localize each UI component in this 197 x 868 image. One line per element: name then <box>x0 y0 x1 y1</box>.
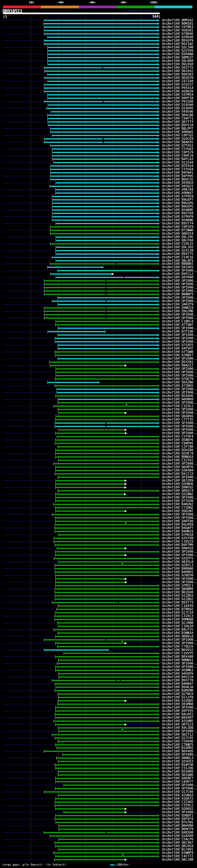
alignment-bar[interactable] <box>59 761 158 762</box>
alignment-bar[interactable] <box>58 548 125 549</box>
alignment-bar[interactable] <box>53 199 158 200</box>
alignment-bar[interactable] <box>56 453 158 454</box>
alignment-bar[interactable] <box>45 280 158 281</box>
alignment-bar[interactable] <box>59 693 158 695</box>
alignment-bar[interactable] <box>64 653 158 654</box>
alignment-bar[interactable] <box>53 514 158 515</box>
alignment-bar[interactable] <box>56 480 125 481</box>
alignment-bar[interactable] <box>56 616 158 617</box>
alignment-bar[interactable] <box>45 33 158 34</box>
alignment-bar[interactable] <box>53 148 158 150</box>
alignment-bar[interactable] <box>56 555 125 556</box>
alignment-bar[interactable] <box>45 639 158 641</box>
alignment-bar[interactable] <box>56 470 158 471</box>
alignment-bar[interactable] <box>59 700 125 702</box>
alignment-bar[interactable] <box>53 206 158 207</box>
alignment-bar[interactable] <box>56 714 158 715</box>
alignment-bar[interactable] <box>63 754 158 755</box>
alignment-bar[interactable] <box>45 317 158 319</box>
alignment-bar[interactable] <box>53 216 158 217</box>
alignment-bar[interactable] <box>51 226 158 227</box>
alignment-bar[interactable] <box>45 649 107 651</box>
alignment-bar[interactable] <box>56 507 158 508</box>
alignment-bar[interactable] <box>45 751 158 752</box>
alignment-bar[interactable] <box>45 30 158 31</box>
alignment-bar[interactable] <box>59 849 158 850</box>
alignment-bar[interactable] <box>59 771 158 772</box>
alignment-bar[interactable] <box>56 260 158 261</box>
alignment-bar[interactable] <box>53 209 158 211</box>
alignment-bar[interactable] <box>45 91 158 92</box>
alignment-bar[interactable] <box>45 311 158 312</box>
alignment-bar[interactable] <box>56 666 158 668</box>
alignment-bar[interactable] <box>48 74 158 75</box>
alignment-bar[interactable] <box>48 54 158 55</box>
alignment-bar[interactable] <box>56 531 158 532</box>
alignment-bar[interactable] <box>56 788 158 789</box>
alignment-bar[interactable] <box>56 378 158 380</box>
alignment-bar[interactable] <box>53 196 158 197</box>
alignment-bar[interactable] <box>59 358 158 359</box>
alignment-bar[interactable] <box>54 720 158 722</box>
alignment-bar[interactable] <box>55 558 158 559</box>
alignment-bar[interactable] <box>48 104 158 105</box>
alignment-bar[interactable] <box>48 331 104 332</box>
alignment-bar[interactable] <box>50 186 158 187</box>
alignment-bar[interactable] <box>56 856 158 857</box>
alignment-bar[interactable] <box>54 463 158 464</box>
alignment-bar[interactable] <box>59 328 158 329</box>
alignment-bar[interactable] <box>56 439 158 441</box>
alignment-bar[interactable] <box>48 57 158 58</box>
alignment-bar[interactable] <box>55 859 125 860</box>
alignment-bar[interactable] <box>59 839 158 840</box>
alignment-bar[interactable] <box>59 490 158 491</box>
alignment-bar[interactable] <box>59 659 158 661</box>
alignment-bar[interactable] <box>58 297 158 298</box>
alignment-bar[interactable] <box>56 247 158 248</box>
alignment-bar[interactable] <box>45 138 158 140</box>
alignment-bar[interactable] <box>59 429 125 430</box>
alignment-bar[interactable] <box>54 852 158 854</box>
alignment-bar[interactable] <box>56 355 158 356</box>
alignment-bar[interactable] <box>56 565 158 566</box>
alignment-bar[interactable] <box>56 416 158 417</box>
alignment-bar[interactable] <box>56 643 125 644</box>
alignment-bar[interactable] <box>56 717 158 718</box>
alignment-bar[interactable] <box>56 582 125 583</box>
alignment-bar[interactable] <box>59 561 158 563</box>
alignment-bar[interactable] <box>51 165 158 166</box>
alignment-bar[interactable] <box>53 155 158 156</box>
alignment-bar[interactable] <box>50 362 158 363</box>
alignment-bar[interactable] <box>56 517 158 519</box>
alignment-bar[interactable] <box>59 534 158 535</box>
alignment-bar[interactable] <box>56 494 124 495</box>
alignment-bar[interactable] <box>48 50 158 52</box>
alignment-bar[interactable] <box>51 172 158 173</box>
alignment-bar[interactable] <box>53 734 158 735</box>
alignment-bar[interactable] <box>56 338 158 339</box>
alignment-bar[interactable] <box>57 609 158 610</box>
alignment-bar[interactable] <box>48 267 102 268</box>
alignment-bar[interactable] <box>56 781 158 782</box>
alignment-bar[interactable] <box>56 818 158 820</box>
alignment-bar[interactable] <box>45 284 158 285</box>
alignment-bar[interactable] <box>48 115 158 116</box>
alignment-bar[interactable] <box>56 585 158 586</box>
alignment-bar[interactable] <box>59 334 158 336</box>
alignment-bar[interactable] <box>56 724 125 725</box>
alignment-bar[interactable] <box>56 473 158 474</box>
alignment-bar[interactable] <box>56 443 158 444</box>
alignment-bar[interactable] <box>59 795 158 796</box>
alignment-bar[interactable] <box>56 710 158 712</box>
alignment-bar[interactable] <box>56 568 158 569</box>
alignment-bar[interactable] <box>59 727 158 728</box>
alignment-bar[interactable] <box>56 571 158 573</box>
alignment-bar[interactable] <box>53 159 158 160</box>
alignment-bar[interactable] <box>59 774 158 776</box>
alignment-bar[interactable] <box>56 822 158 823</box>
alignment-bar[interactable] <box>56 497 158 498</box>
alignment-bar[interactable] <box>58 270 158 271</box>
alignment-bar[interactable] <box>56 598 158 600</box>
alignment-bar[interactable] <box>56 368 158 370</box>
alignment-bar[interactable] <box>56 768 158 769</box>
